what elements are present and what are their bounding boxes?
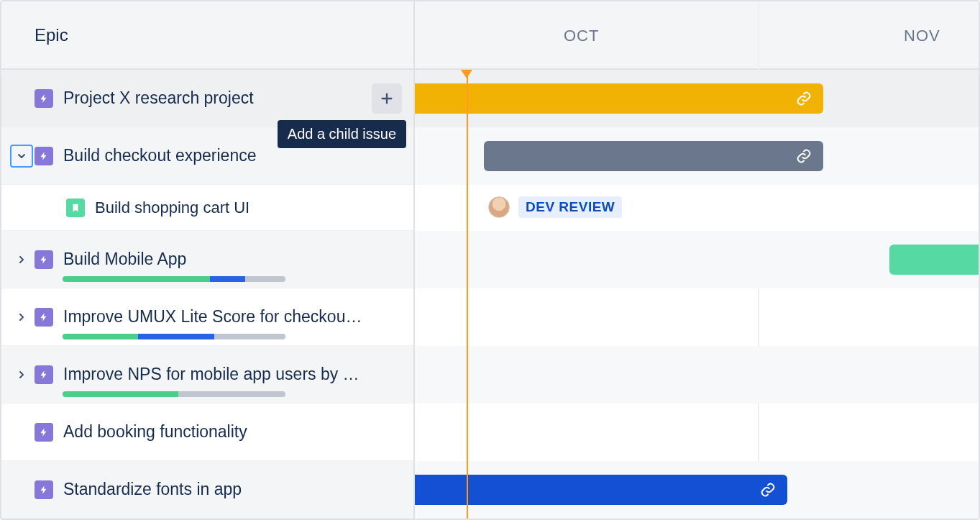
epic-name: Standardize fonts in app: [63, 480, 402, 499]
lane-umux: [415, 288, 979, 346]
epic-icon: [35, 480, 53, 499]
expand-toggle[interactable]: [10, 145, 33, 168]
epic-name: Improve NPS for mobile app users by …: [63, 365, 402, 384]
link-icon: [760, 482, 776, 498]
epic-row-build-mobile[interactable]: Build Mobile App: [1, 231, 413, 288]
status-badge[interactable]: DEV REVIEW: [488, 196, 622, 218]
timeline-bar-project-x[interactable]: [415, 83, 823, 114]
epic-list-panel: Epic Project X research project Add a ch…: [1, 1, 415, 519]
link-icon: [796, 91, 812, 106]
epic-row-project-x[interactable]: Project X research project Add a child i…: [1, 70, 413, 127]
epic-icon: [35, 423, 53, 442]
lane-nps: [415, 346, 979, 403]
add-child-issue-button[interactable]: [372, 83, 402, 114]
today-caret-icon: [461, 70, 472, 78]
lane-project-x: [415, 70, 979, 127]
timeline-body: DEV REVIEW: [415, 70, 979, 519]
epic-list-header: Epic: [1, 1, 413, 70]
month-label-nov: NOV: [904, 27, 940, 45]
progress-bar: [63, 391, 285, 397]
timeline-panel[interactable]: OCT NOV: [415, 1, 979, 519]
epic-row-umux[interactable]: Improve UMUX Lite Score for checkou…: [1, 288, 413, 346]
epic-name: Improve UMUX Lite Score for checkou…: [63, 307, 402, 327]
status-label: DEV REVIEW: [518, 196, 622, 218]
lane-build-mobile: [415, 231, 979, 288]
epic-row-fonts[interactable]: Standardize fonts in app: [1, 461, 413, 519]
expand-toggle[interactable]: [10, 363, 33, 386]
progress-bar: [63, 334, 285, 339]
story-icon: [66, 199, 85, 217]
epic-icon: [35, 308, 53, 327]
roadmap-container: Epic Project X research project Add a ch…: [0, 0, 980, 520]
today-marker: [467, 70, 468, 519]
epic-name: Build checkout experience: [63, 146, 402, 165]
month-label-oct: OCT: [564, 27, 599, 45]
column-title: Epic: [35, 25, 68, 45]
expand-toggle[interactable]: [10, 306, 33, 329]
epic-name: Project X research project: [63, 88, 372, 108]
lane-shopping-cart: DEV REVIEW: [415, 185, 979, 231]
timeline-bar-build-mobile[interactable]: [889, 245, 979, 275]
epic-list: Project X research project Add a child i…: [1, 70, 413, 519]
link-icon: [796, 148, 812, 164]
epic-name: Add booking functionality: [63, 422, 402, 442]
epic-icon: [35, 250, 53, 269]
epic-name: Build Mobile App: [63, 250, 402, 269]
avatar: [488, 196, 510, 218]
timeline-header: OCT NOV: [415, 1, 979, 70]
lane-booking: [415, 403, 979, 461]
epic-icon: [35, 147, 53, 165]
epic-icon: [35, 365, 53, 384]
expand-toggle[interactable]: [10, 248, 33, 271]
epic-icon: [35, 89, 53, 108]
timeline-bar-fonts[interactable]: [415, 475, 787, 505]
progress-bar: [63, 276, 285, 282]
timeline-bar-build-checkout[interactable]: [484, 141, 823, 171]
lane-fonts: [415, 461, 979, 519]
lane-build-checkout: [415, 127, 979, 185]
child-row-shopping-cart[interactable]: Build shopping cart UI: [1, 185, 413, 231]
add-child-tooltip: Add a child issue: [278, 120, 406, 148]
epic-row-nps[interactable]: Improve NPS for mobile app users by …: [1, 346, 413, 403]
child-name: Build shopping cart UI: [95, 199, 413, 217]
epic-row-booking[interactable]: Add booking functionality: [1, 403, 413, 461]
